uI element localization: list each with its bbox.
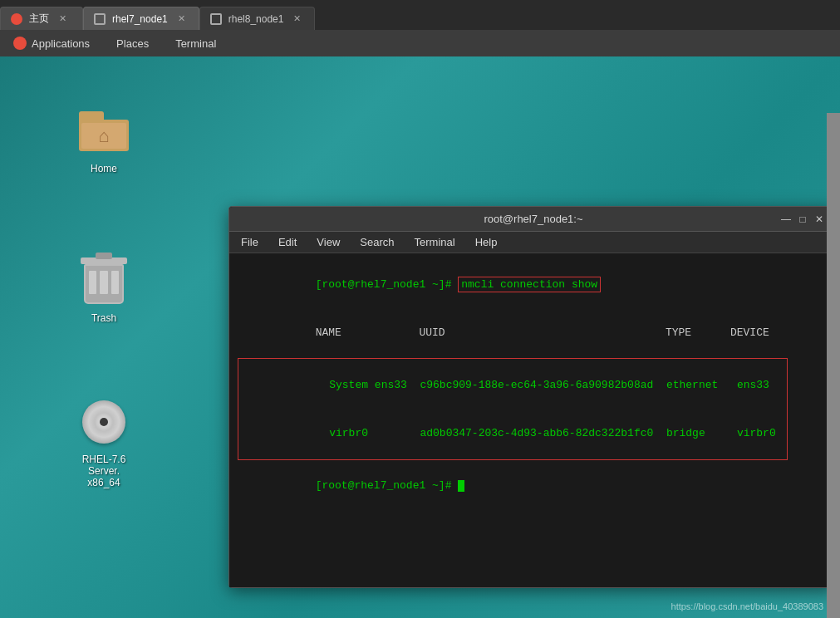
minimize-button[interactable]: — [779, 213, 793, 226]
tab-rhel8-close[interactable]: ✕ [290, 12, 304, 26]
trash-icon-label: Trash [91, 312, 116, 324]
tab-bar: 主页 ✕ rhel7_node1 ✕ rhel8_node1 ✕ [0, 0, 840, 30]
row1-uuid: c96bc909-188e-ec64-3a96-6a90982b08ad [420, 377, 666, 394]
rhel-icon-label: RHEL-7.6 Server. x86_64 [73, 454, 135, 488]
restore-button[interactable]: □ [796, 213, 809, 226]
menu-view[interactable]: View [312, 234, 345, 250]
cd-icon-img-container [77, 395, 130, 449]
term-prompt-2: [root@rhel7_node1 ~]# [316, 479, 459, 492]
trash-lines-container [86, 266, 122, 299]
folder-inner: ⌂ [81, 123, 126, 149]
right-scrollbar[interactable] [827, 113, 840, 618]
header-device: DEVICE [730, 326, 769, 339]
term-cmd-highlighted: nmcli connection show [458, 277, 601, 292]
desktop-bg: ⌂ Home [0, 56, 840, 618]
terminal-tab2-icon [210, 13, 222, 25]
menu-terminal[interactable]: Terminal [410, 234, 460, 250]
menu-search[interactable]: Search [355, 234, 399, 250]
apps-home-icon [13, 37, 27, 50]
cd-shape [82, 400, 125, 444]
home-folder-icon-img: ⌂ [77, 105, 130, 158]
places-label: Places [116, 37, 149, 50]
terminal-window: root@rhel7_node1:~ — □ ✕ File Edit View … [228, 206, 835, 588]
desktop-content: ⌂ Home [0, 56, 840, 618]
tab-home-close[interactable]: ✕ [56, 12, 70, 26]
term-line-cmd: [root@rhel7_node1 ~]# nmcli connection s… [238, 260, 826, 309]
row2-uuid: ad0b0347-203c-4d93-abb6-82dc322b1fc0 [420, 425, 666, 442]
trash-line-1 [89, 271, 96, 294]
menu-edit[interactable]: Edit [273, 234, 302, 250]
row2-device: virbr0 [737, 425, 787, 442]
trash-line-2 [100, 271, 107, 294]
terminal-title: root@rhel7_node1:~ [287, 213, 779, 225]
house-symbol: ⌂ [98, 125, 109, 147]
terminal-tab-icon [94, 13, 106, 25]
row1-name: System ens33 [329, 377, 420, 394]
row2-name: virbr0 [329, 425, 420, 442]
tab-rhel7-label: rhel7_node1 [112, 13, 168, 25]
apps-label: Applications [32, 37, 90, 50]
tab-home[interactable]: 主页 ✕ [0, 7, 83, 30]
desktop-icon-rhel[interactable]: RHEL-7.6 Server. x86_64 [66, 389, 141, 495]
data-box: System ens33 c96bc909-188e-ec64-3a96-6a9… [238, 358, 788, 460]
home-icon-label: Home [91, 163, 117, 174]
tab-rhel8[interactable]: rhel8_node1 ✕ [199, 7, 316, 30]
terminal-titlebar: root@rhel7_node1:~ — □ ✕ [229, 207, 834, 232]
tab-rhel7-close[interactable]: ✕ [174, 12, 189, 26]
menu-file[interactable]: File [236, 234, 263, 250]
trash-body [84, 264, 124, 304]
term-prompt-1: [root@rhel7_node1 ~]# [316, 278, 459, 291]
systembar-terminal[interactable]: Terminal [170, 34, 221, 53]
header-uuid: UUID [419, 326, 665, 339]
term-line-prompt2: [root@rhel7_node1 ~]# [238, 461, 826, 510]
trash-line-3 [111, 271, 119, 294]
term-cursor [458, 480, 464, 492]
systembar-apps[interactable]: Applications [8, 33, 95, 53]
home-circle-icon [11, 13, 22, 25]
trash-icon-img-container [77, 254, 130, 307]
header-type: TYPE [666, 326, 730, 339]
cd-hole [100, 418, 108, 426]
trash-handle [96, 253, 112, 259]
row1-device: ens33 [737, 377, 787, 394]
desktop-icon-home[interactable]: ⌂ Home [66, 98, 141, 181]
row2-type: bridge [666, 425, 737, 442]
desktop: 主页 ✕ rhel7_node1 ✕ rhel8_node1 ✕ Applica… [0, 0, 840, 618]
system-bar: Applications Places Terminal [0, 30, 840, 56]
tab-rhel7[interactable]: rhel7_node1 ✕ [83, 7, 199, 30]
row1-type: ethernet [666, 377, 737, 394]
systembar-places[interactable]: Places [111, 34, 154, 53]
watermark: https://blog.csdn.net/baidu_40389083 [671, 601, 823, 611]
term-data-row-2: virbr0 ad0b0347-203c-4d93-abb6-82dc322b1… [238, 410, 787, 459]
close-button[interactable]: ✕ [813, 213, 826, 226]
menu-help[interactable]: Help [470, 234, 503, 250]
tab-home-label: 主页 [29, 12, 49, 26]
terminal-body[interactable]: [root@rhel7_node1 ~]# nmcli connection s… [229, 253, 834, 587]
tab-rhel8-label: rhel8_node1 [228, 13, 284, 25]
terminal-menubar: File Edit View Search Terminal Help [229, 232, 834, 253]
term-header: NAME UUID TYPE DEVICE [238, 309, 826, 358]
folder-icon-shape: ⌂ [79, 111, 129, 151]
header-name: NAME [316, 326, 420, 339]
trash-shape [84, 258, 124, 304]
desktop-icon-trash[interactable]: Trash [66, 248, 141, 331]
terminal-label: Terminal [175, 37, 216, 50]
terminal-controls: — □ ✕ [779, 213, 826, 226]
term-data-row-1: System ens33 c96bc909-188e-ec64-3a96-6a9… [238, 360, 787, 410]
